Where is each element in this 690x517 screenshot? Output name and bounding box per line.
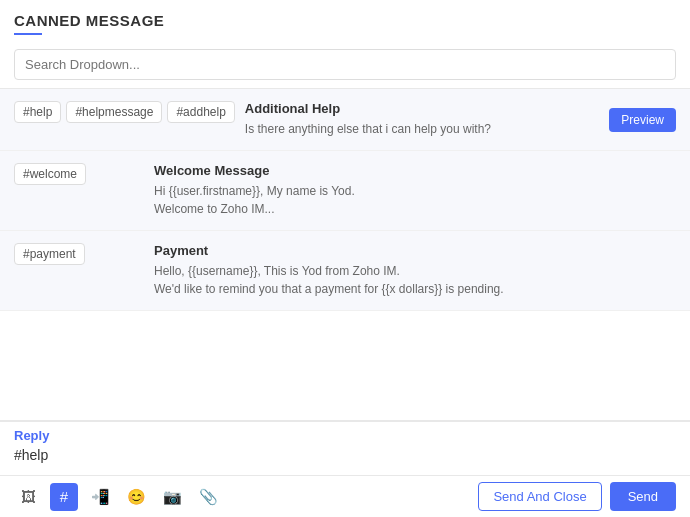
- tag[interactable]: #payment: [14, 243, 85, 265]
- header: CANNED MESSAGE: [0, 0, 690, 41]
- reply-input-area: #help: [0, 443, 690, 475]
- tag[interactable]: #help: [14, 101, 61, 123]
- search-area: [0, 41, 690, 88]
- tag[interactable]: #addhelp: [167, 101, 234, 123]
- toolbar: 🖼#📲😊📷📎 Send And Close Send: [0, 475, 690, 517]
- attachment-icon[interactable]: 📷: [158, 483, 186, 511]
- reply-text[interactable]: #help: [14, 447, 676, 469]
- tags-col: #welcome: [14, 163, 154, 185]
- title-underline: [14, 33, 42, 35]
- tag[interactable]: #helpmessage: [66, 101, 162, 123]
- image-icon[interactable]: 🖼: [14, 483, 42, 511]
- page-title: CANNED MESSAGE: [14, 12, 676, 29]
- link-icon[interactable]: 📎: [194, 483, 222, 511]
- toolbar-icons: 🖼#📲😊📷📎: [14, 483, 478, 511]
- send-and-close-button[interactable]: Send And Close: [478, 482, 601, 511]
- message-content: PaymentHello, {{username}}, This is Yod …: [154, 243, 676, 298]
- send-button[interactable]: Send: [610, 482, 676, 511]
- tags-col: #payment: [14, 243, 154, 265]
- tags-col: #help#helpmessage#addhelp: [14, 101, 245, 123]
- hash-icon[interactable]: #: [50, 483, 78, 511]
- preview-button[interactable]: Preview: [609, 108, 676, 132]
- messages-list: #help#helpmessage#addhelpAdditional Help…: [0, 88, 690, 420]
- message-row[interactable]: #welcomeWelcome MessageHi {{user.firstna…: [0, 151, 690, 231]
- message-body: Hi {{user.firstname}}, My name is Yod. W…: [154, 182, 676, 218]
- message-content: Welcome MessageHi {{user.firstname}}, My…: [154, 163, 676, 218]
- emoji-icon[interactable]: 😊: [122, 483, 150, 511]
- tag[interactable]: #welcome: [14, 163, 86, 185]
- message-title: Welcome Message: [154, 163, 676, 178]
- search-input[interactable]: [14, 49, 676, 80]
- message-title: Payment: [154, 243, 676, 258]
- reply-section: Reply #help: [0, 420, 690, 475]
- reply-label: Reply: [0, 422, 690, 443]
- message-row[interactable]: #paymentPaymentHello, {{username}}, This…: [0, 231, 690, 311]
- toolbar-actions: Send And Close Send: [478, 482, 676, 511]
- message-body: Hello, {{username}}, This is Yod from Zo…: [154, 262, 676, 298]
- message-row[interactable]: #help#helpmessage#addhelpAdditional Help…: [0, 89, 690, 151]
- whatsapp-icon[interactable]: 📲: [86, 483, 114, 511]
- canned-message-panel: CANNED MESSAGE #help#helpmessage#addhelp…: [0, 0, 690, 517]
